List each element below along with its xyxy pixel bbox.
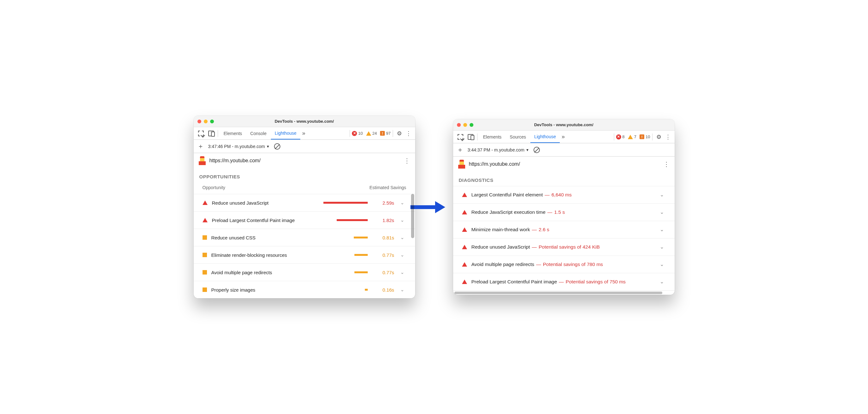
- opportunities-list: Reduce unused JavaScript2.59s⌄Preload La…: [194, 194, 415, 298]
- severity-icon: [203, 218, 208, 222]
- kebab-icon[interactable]: ⋮: [664, 133, 672, 140]
- opportunity-row[interactable]: Reduce unused CSS0.81s⌄: [194, 229, 415, 246]
- horizontal-scrollbar[interactable]: [453, 290, 675, 295]
- severity-icon: [462, 227, 467, 232]
- more-tabs-icon[interactable]: »: [301, 130, 307, 137]
- chevron-down-icon[interactable]: ⌄: [658, 244, 666, 250]
- chevron-down-icon[interactable]: ⌄: [399, 200, 406, 205]
- errors-badge[interactable]: ✕ 8: [616, 134, 625, 139]
- warnings-badge[interactable]: 24: [366, 131, 377, 136]
- chevron-down-icon[interactable]: ⌄: [399, 287, 406, 292]
- scrollbar-thumb[interactable]: [455, 292, 662, 294]
- info-badge[interactable]: ! 97: [380, 131, 391, 136]
- chevron-down-icon: ▼: [266, 145, 270, 148]
- info-badge[interactable]: ! 10: [640, 134, 650, 139]
- close-icon[interactable]: [457, 123, 461, 127]
- severity-icon: [462, 193, 467, 197]
- close-icon[interactable]: [197, 120, 201, 123]
- chevron-down-icon[interactable]: ⌄: [399, 252, 406, 258]
- chevron-down-icon[interactable]: ⌄: [658, 261, 666, 267]
- arrow-icon: [422, 199, 447, 215]
- dash-icon: —: [545, 192, 550, 197]
- chevron-down-icon[interactable]: ⌄: [658, 210, 666, 215]
- more-tabs-icon[interactable]: »: [560, 133, 566, 140]
- report-menu-icon[interactable]: ⋮: [404, 157, 410, 164]
- chevron-down-icon: ▼: [526, 148, 529, 152]
- url-row: https://m.youtube.com/ ⋮: [453, 157, 675, 172]
- section-heading: OPPORTUNITIES: [194, 168, 415, 183]
- url-row: https://m.youtube.com/ ⋮: [194, 153, 415, 168]
- opportunity-title: Preload Largest Contentful Paint image: [212, 218, 319, 223]
- clear-icon[interactable]: [533, 147, 540, 153]
- warnings-badge[interactable]: 7: [628, 134, 637, 139]
- tab-console[interactable]: Console: [247, 127, 270, 139]
- tab-lighthouse[interactable]: Lighthouse: [271, 127, 300, 139]
- inspect-icon[interactable]: [196, 127, 206, 139]
- maximize-icon[interactable]: [470, 123, 473, 127]
- diagnostic-row[interactable]: Preload Largest Contentful Paint image—P…: [453, 273, 675, 290]
- savings-value: 0.77s: [372, 252, 394, 258]
- diagnostic-title: Reduce unused JavaScript: [471, 244, 530, 250]
- scrollbar-thumb[interactable]: [411, 194, 414, 238]
- chevron-down-icon[interactable]: ⌄: [399, 235, 406, 241]
- tab-elements[interactable]: Elements: [220, 127, 246, 139]
- errors-badge[interactable]: ✕ 10: [352, 131, 363, 136]
- diagnostic-text: Reduce JavaScript execution time—1.5 s: [471, 210, 654, 215]
- opportunity-title: Properly size images: [211, 287, 319, 292]
- titlebar: DevTools - www.youtube.com/: [453, 119, 675, 131]
- opportunity-row[interactable]: Eliminate render-blocking resources0.77s…: [194, 246, 415, 263]
- savings-value: 0.16s: [372, 287, 394, 292]
- kebab-icon[interactable]: ⋮: [404, 130, 413, 137]
- warnings-count: 24: [372, 131, 377, 136]
- new-report-icon[interactable]: ＋: [197, 142, 204, 151]
- opportunity-row[interactable]: Preload Largest Contentful Paint image1.…: [194, 211, 415, 229]
- lighthouse-toolbar: ＋ 3:47:46 PM - m.youtube.com ▼: [194, 140, 415, 153]
- severity-icon: [203, 200, 208, 205]
- report-selector[interactable]: 3:44:37 PM - m.youtube.com ▼: [468, 148, 529, 153]
- opportunity-row[interactable]: Properly size images0.16s⌄: [194, 281, 415, 298]
- diagnostic-row[interactable]: Minimize main-thread work—2.6 s⌄: [453, 221, 675, 238]
- errors-count: 8: [622, 134, 625, 139]
- tab-strip: Elements Sources Lighthouse » ✕ 8 7 ! 10: [453, 131, 675, 143]
- new-report-icon[interactable]: ＋: [457, 146, 463, 154]
- diagnostic-row[interactable]: Largest Contentful Paint element—6,640 m…: [453, 186, 675, 203]
- inspect-icon[interactable]: [456, 131, 465, 143]
- report-selector[interactable]: 3:47:46 PM - m.youtube.com ▼: [208, 144, 270, 149]
- minimize-icon[interactable]: [204, 120, 208, 123]
- error-icon: ✕: [352, 131, 357, 136]
- info-count: 10: [646, 134, 650, 139]
- col-savings: Estimated Savings: [370, 185, 406, 190]
- error-icon: ✕: [616, 134, 621, 139]
- diagnostic-text: Preload Largest Contentful Paint image—P…: [471, 279, 654, 285]
- report-menu-icon[interactable]: ⋮: [663, 160, 670, 168]
- chevron-down-icon[interactable]: ⌄: [658, 227, 666, 232]
- lighthouse-logo-icon: [458, 160, 465, 168]
- diagnostic-row[interactable]: Avoid multiple page redirects—Potential …: [453, 256, 675, 273]
- tab-elements[interactable]: Elements: [479, 131, 505, 143]
- minimize-icon[interactable]: [463, 123, 467, 127]
- device-toggle-icon[interactable]: [466, 131, 475, 143]
- report-label: 3:44:37 PM - m.youtube.com: [468, 148, 525, 153]
- chevron-down-icon[interactable]: ⌄: [658, 279, 666, 285]
- diagnostic-row[interactable]: Reduce JavaScript execution time—1.5 s⌄: [453, 203, 675, 221]
- dash-icon: —: [548, 210, 553, 215]
- maximize-icon[interactable]: [210, 120, 214, 123]
- warnings-count: 7: [634, 134, 637, 139]
- opportunity-row[interactable]: Reduce unused JavaScript2.59s⌄: [194, 194, 415, 211]
- gear-icon[interactable]: ⚙: [654, 133, 663, 140]
- diagnostic-row[interactable]: Reduce unused JavaScript—Potential savin…: [453, 238, 675, 256]
- info-icon: !: [640, 134, 644, 139]
- gear-icon[interactable]: ⚙: [395, 130, 404, 137]
- savings-value: 0.77s: [372, 270, 394, 275]
- chevron-down-icon[interactable]: ⌄: [658, 192, 666, 198]
- chevron-down-icon[interactable]: ⌄: [399, 217, 406, 223]
- savings-bar: [323, 236, 368, 238]
- dash-icon: —: [532, 244, 537, 250]
- tab-sources[interactable]: Sources: [506, 131, 530, 143]
- clear-icon[interactable]: [274, 143, 280, 150]
- device-toggle-icon[interactable]: [206, 127, 216, 139]
- chevron-down-icon[interactable]: ⌄: [399, 269, 406, 275]
- opportunity-row[interactable]: Avoid multiple page redirects0.77s⌄: [194, 263, 415, 281]
- lighthouse-toolbar: ＋ 3:44:37 PM - m.youtube.com ▼: [453, 143, 675, 157]
- tab-lighthouse[interactable]: Lighthouse: [530, 131, 560, 143]
